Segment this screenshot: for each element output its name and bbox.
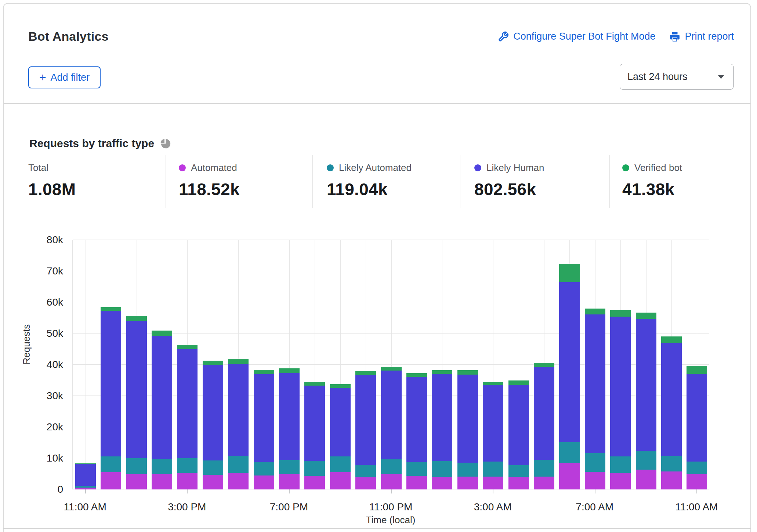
bar-100am[interactable] <box>432 370 452 489</box>
bar-1000am[interactable] <box>661 336 682 489</box>
time-range-value: Last 24 hours <box>627 71 688 83</box>
segment-likely-automated <box>254 462 274 475</box>
segment-automated <box>483 477 503 489</box>
x-tick-mark <box>187 489 188 493</box>
section-title: Requests by traffic type <box>29 137 171 150</box>
stat-value: 802.56k <box>474 179 606 199</box>
header-links: Configure Super Bot Fight Mode Print rep… <box>498 31 734 42</box>
segment-automated <box>126 474 147 489</box>
stat-value: 41.38k <box>622 179 754 199</box>
segment-likely-human <box>661 343 682 456</box>
segment-likely-automated <box>661 456 682 471</box>
bar-500pm[interactable] <box>228 359 249 489</box>
stat-value: 119.04k <box>327 179 459 199</box>
stat-total: Total 1.08M <box>28 162 160 199</box>
bar-300am[interactable] <box>483 382 503 489</box>
y-tick-label: 30k <box>15 390 63 402</box>
horizontal-gridline <box>73 271 709 271</box>
bar-600pm[interactable] <box>254 370 274 489</box>
segment-likely-human <box>152 336 172 459</box>
bot-analytics-card: Bot Analytics Configure Super Bot Fight … <box>3 3 751 532</box>
x-tick-mark <box>289 489 290 493</box>
printer-icon <box>669 31 680 42</box>
y-tick-label: 40k <box>15 359 63 371</box>
segment-verified-bot <box>687 366 707 374</box>
wrench-icon <box>498 31 509 42</box>
segment-likely-automated <box>687 462 707 474</box>
x-tick-label: 11:00 AM <box>675 501 718 513</box>
bar-800am[interactable] <box>610 310 631 489</box>
segment-likely-human <box>687 374 707 462</box>
x-tick-mark <box>696 489 697 493</box>
segment-automated <box>406 476 427 489</box>
segment-verified-bot <box>559 264 580 282</box>
bar-900pm[interactable] <box>330 384 351 489</box>
segment-likely-human <box>203 365 223 460</box>
print-report-link[interactable]: Print report <box>669 31 734 42</box>
bar-700am[interactable] <box>585 309 605 489</box>
segment-likely-human <box>330 388 351 456</box>
y-tick-label: 20k <box>15 421 63 433</box>
segment-likely-automated <box>406 462 427 475</box>
verified-bot-legend-dot <box>622 164 629 171</box>
segment-likely-human <box>254 374 274 462</box>
bar-1200am[interactable] <box>406 373 427 489</box>
x-tick-label: 7:00 PM <box>270 501 308 513</box>
x-axis-title: Time (local) <box>366 514 416 526</box>
stat-divider <box>166 155 166 208</box>
segment-verified-bot <box>228 359 249 364</box>
segment-verified-bot <box>661 336 682 343</box>
x-tick-mark <box>85 489 86 493</box>
bar-400am[interactable] <box>508 380 529 489</box>
time-range-select[interactable]: Last 24 hours <box>620 64 734 90</box>
y-tick-label: 0 <box>15 484 63 495</box>
bar-200am[interactable] <box>457 370 478 489</box>
segment-automated <box>559 463 580 489</box>
y-tick-label: 60k <box>15 296 63 308</box>
segment-likely-automated <box>177 458 198 473</box>
bar-100pm[interactable] <box>126 316 147 489</box>
pie-chart-icon <box>160 138 171 149</box>
plot-area <box>72 240 709 489</box>
bar-1200pm[interactable] <box>101 307 121 489</box>
segment-likely-automated <box>381 459 402 474</box>
bar-900am[interactable] <box>636 313 656 489</box>
bar-400pm[interactable] <box>203 361 223 489</box>
segment-likely-human <box>559 282 580 442</box>
segment-likely-human <box>126 321 147 458</box>
bar-300pm[interactable] <box>177 345 198 489</box>
bar-1100am[interactable] <box>75 463 96 489</box>
segment-automated <box>534 477 554 489</box>
bar-700pm[interactable] <box>279 368 300 489</box>
bar-500am[interactable] <box>534 363 554 489</box>
y-tick-label: 50k <box>15 328 63 339</box>
x-tick-label: 11:00 AM <box>64 501 106 513</box>
page-title: Bot Analytics <box>28 29 109 44</box>
segment-automated <box>177 473 198 489</box>
segment-verified-bot <box>177 345 198 349</box>
segment-automated <box>687 474 707 489</box>
stat-value: 1.08M <box>28 179 160 199</box>
x-tick-label: 11:00 PM <box>369 501 413 513</box>
header-divider <box>4 103 750 104</box>
configure-super-bot-fight-mode-link[interactable]: Configure Super Bot Fight Mode <box>498 31 655 42</box>
segment-automated <box>432 477 452 489</box>
segment-verified-bot <box>304 382 325 386</box>
segment-verified-bot <box>508 380 529 385</box>
bar-1100am[interactable] <box>687 366 707 489</box>
bar-1000pm[interactable] <box>355 371 376 489</box>
horizontal-gridline <box>73 302 709 302</box>
bar-800pm[interactable] <box>304 382 325 489</box>
segment-automated <box>152 474 172 489</box>
segment-automated <box>203 475 223 489</box>
bar-600am[interactable] <box>559 264 580 489</box>
segment-likely-human <box>508 385 529 465</box>
segment-automated <box>381 474 402 489</box>
segment-verified-bot <box>483 382 503 385</box>
bar-1100pm[interactable] <box>381 367 402 489</box>
segment-likely-automated <box>559 442 580 463</box>
x-tick-mark <box>493 489 493 493</box>
bar-200pm[interactable] <box>152 331 172 489</box>
add-filter-button[interactable]: + Add filter <box>28 66 101 88</box>
x-tick-label: 3:00 AM <box>474 501 512 513</box>
